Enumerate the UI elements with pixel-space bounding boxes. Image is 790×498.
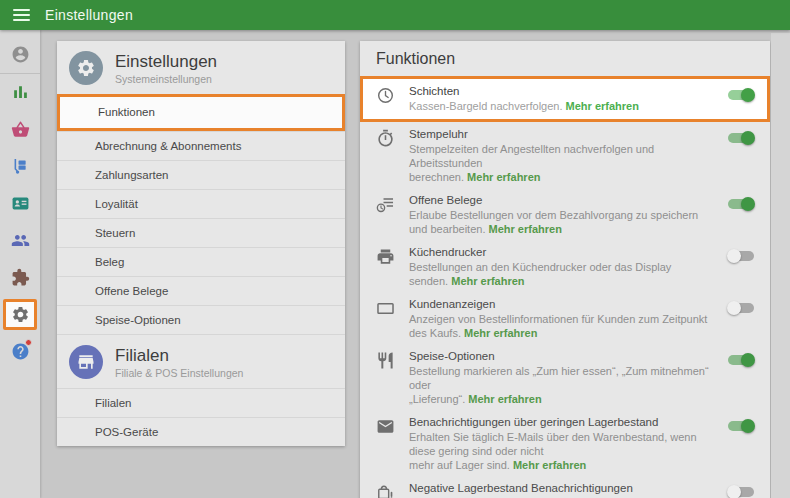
topbar-title: Einstellungen [45, 7, 133, 23]
feature-row-speise-optionen: Speise-Optionen Bestellung markieren als… [360, 345, 770, 411]
nav-item-steuern[interactable]: Steuern [57, 218, 345, 247]
customers-people-icon[interactable] [0, 222, 40, 259]
nav-item-abrechnung[interactable]: Abrechnung & Abonnements [57, 131, 345, 160]
nav-item-offene-belege[interactable]: Offene Belege [57, 276, 345, 305]
customer-display-icon [376, 299, 395, 318]
scrollbar[interactable] [771, 33, 790, 498]
feature-row-stempeluhr: Stempeluhr Stempelzeiten der Angestellte… [360, 123, 770, 189]
stores-section-subtitle: Filiale & POS Einstellungen [115, 367, 243, 379]
learn-more-link[interactable]: Mehr erfahren [566, 100, 639, 112]
stores-nav-header: Filialen Filiale & POS Einstellungen [57, 334, 345, 388]
feature-title: Kundenanzeigen [409, 297, 710, 311]
nav-item-filialen[interactable]: Filialen [57, 388, 345, 417]
feature-description: Anzeigen von Bestellinformationen für Ku… [409, 312, 710, 340]
toggle-kuechendrucker[interactable] [726, 247, 756, 265]
feature-row-schichten: Schichten Kassen-Bargeld nachverfolgen. … [360, 76, 770, 122]
kitchen-printer-icon [376, 247, 395, 266]
feature-title: Offene Belege [409, 193, 710, 207]
settings-nav-card: Einstellungen Systemeinstellungen Funkti… [57, 41, 345, 446]
help-icon[interactable] [0, 333, 40, 370]
settings-section-subtitle: Systemeinstellungen [115, 73, 217, 85]
items-basket-icon[interactable] [0, 111, 40, 148]
feature-row-negative-lagerbestand: Negative Lagerbestand Benachrichtigungen… [360, 477, 770, 498]
nav-item-funktionen[interactable]: Funktionen [57, 94, 345, 131]
open-tickets-icon [376, 195, 395, 214]
settings-nav-header: Einstellungen Systemeinstellungen [57, 41, 345, 94]
gear-avatar-icon [69, 51, 103, 85]
learn-more-link[interactable]: Mehr erfahren [464, 327, 537, 339]
store-avatar-icon [69, 345, 103, 379]
toggle-schichten[interactable] [726, 86, 756, 104]
nav-item-pos-geraete[interactable]: POS-Geräte [57, 417, 345, 446]
nav-item-loyalitaet[interactable]: Loyalität [57, 189, 345, 218]
feature-title: Negative Lagerbestand Benachrichtigungen [409, 481, 710, 495]
feature-title: Schichten [409, 84, 710, 98]
active-rail-highlight [3, 299, 37, 330]
toggle-kundenanzeigen[interactable] [726, 299, 756, 317]
settings-gear-icon[interactable] [0, 296, 40, 333]
negative-stock-icon [376, 483, 395, 498]
learn-more-link[interactable]: Mehr erfahren [513, 459, 586, 471]
feature-row-kuechendrucker: Küchendrucker Bestellungen an den Küchen… [360, 241, 770, 293]
learn-more-link[interactable]: Mehr erfahren [489, 223, 562, 235]
feature-row-offene-belege: Offene Belege Erlaube Bestellungen vor d… [360, 189, 770, 241]
clock-icon [376, 86, 395, 105]
icon-rail [0, 30, 40, 498]
learn-more-link[interactable]: Mehr erfahren [467, 171, 540, 183]
settings-section-title: Einstellungen [115, 52, 217, 71]
stopwatch-icon [376, 129, 395, 148]
feature-title: Benachrichtigungen über geringen Lagerbe… [409, 415, 710, 429]
learn-more-link[interactable]: Mehr erfahren [468, 393, 541, 405]
employees-badge-icon[interactable] [0, 185, 40, 222]
feature-description: Kassen-Bargeld nachverfolgen. Mehr erfah… [409, 99, 710, 113]
stores-section-title: Filialen [115, 346, 243, 365]
feature-description: Bestellungen an den Küchendrucker oder d… [409, 260, 710, 288]
feature-row-kundenanzeigen: Kundenanzeigen Anzeigen von Bestellinfor… [360, 293, 770, 345]
nav-item-zahlungsarten[interactable]: Zahlungsarten [57, 160, 345, 189]
feature-row-lagerbestand-benachrichtigungen: Benachrichtigungen über geringen Lagerbe… [360, 411, 770, 477]
dining-options-icon [376, 351, 395, 370]
feature-description: Bestellung markieren als „Zum hier essen… [409, 364, 710, 406]
nav-item-speise-optionen[interactable]: Speise-Optionen [57, 305, 345, 334]
hamburger-menu-icon[interactable] [13, 9, 30, 21]
toggle-offene-belege[interactable] [726, 195, 756, 213]
nav-item-beleg[interactable]: Beleg [57, 247, 345, 276]
feature-description: Stempelzeiten der Angestellten nachverfo… [409, 142, 710, 184]
toggle-negative-lagerbestand[interactable] [726, 483, 756, 498]
features-title: Funktionen [360, 41, 770, 75]
feature-title: Stempeluhr [409, 127, 710, 141]
reports-chart-icon[interactable] [0, 74, 40, 111]
feature-title: Küchendrucker [409, 245, 710, 259]
toggle-lagerbestand-benachrichtigungen[interactable] [726, 417, 756, 435]
inventory-trolley-icon[interactable] [0, 148, 40, 185]
learn-more-link[interactable]: Mehr erfahren [451, 275, 524, 287]
toggle-stempeluhr[interactable] [726, 129, 756, 147]
feature-description: Erhalten Sie täglich E-Mails über den Wa… [409, 430, 710, 472]
feature-title: Speise-Optionen [409, 349, 710, 363]
apps-puzzle-icon[interactable] [0, 259, 40, 296]
account-icon[interactable] [0, 36, 40, 73]
toggle-speise-optionen[interactable] [726, 351, 756, 369]
features-card: Funktionen Schichten Kassen-Bargeld nach… [360, 41, 770, 498]
feature-description: Erlaube Bestellungen vor dem Bezahlvorga… [409, 208, 710, 236]
topbar: Einstellungen [0, 0, 790, 30]
email-icon [376, 417, 395, 436]
notification-dot [25, 339, 32, 346]
